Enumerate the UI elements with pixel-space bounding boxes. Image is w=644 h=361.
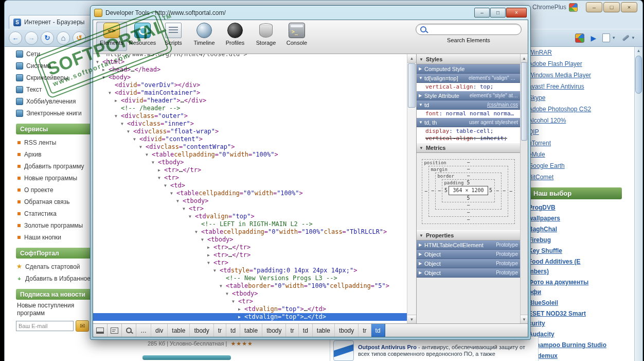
properties-row[interactable]: ▶ObjectPrototype [417,259,520,268]
style-property[interactable]: vertical-align: inherit; [417,135,520,142]
tool-timeline[interactable]: Timeline [189,22,220,51]
tool-scripts[interactable]: Scripts [158,22,189,51]
popular-program-link[interactable]: BitComet [528,171,631,183]
sidebar-service-link[interactable]: Новые программы [16,172,94,184]
sidebar-category[interactable]: Система [16,60,94,72]
disclosure-closed-icon[interactable]: ▶ [207,244,213,251]
browser-scrollbar[interactable]: ▲ [634,47,642,361]
popular-program-link[interactable]: Alcohol 120% [528,115,631,126]
sidebar-service-link[interactable]: Добавить программу [16,160,94,172]
dom-node[interactable]: ▼<html> [93,58,407,66]
dom-node[interactable]: ▼<tbody> [93,159,407,166]
dom-node[interactable]: ▶<td valign="top">…</td> [93,313,407,321]
scroll-up-icon[interactable]: ▲ [521,54,528,63]
disclosure-open-icon[interactable]: ▼ [115,112,121,120]
sidebar-service-link[interactable]: Статистика [16,208,94,219]
styles-section-header[interactable]: ▼ Styles [417,54,520,64]
dom-node[interactable]: ▼<tbody> [93,290,407,298]
popular-program-link[interactable]: avast! Free Antivirus [528,81,631,92]
page-menu-button[interactable]: ▼ [602,33,616,42]
dom-node[interactable]: ▶<div id="header">…</div> [93,97,407,105]
disclosure-open-icon[interactable]: ▼ [419,76,424,80]
breadcrumb-item[interactable]: div [151,324,168,337]
disclosure-closed-icon[interactable]: ▶ [238,305,244,313]
disclosure-closed-icon[interactable]: ▶ [419,93,424,98]
dom-node[interactable]: ▼<div class="float-wrap"> [93,128,407,135]
breadcrumb-item[interactable]: tbody [262,324,286,337]
properties-row[interactable]: ▶ObjectPrototype [417,250,520,259]
style-rule-header[interactable]: ▼td[valign=top]element's "valign" a… [417,74,520,83]
dom-node[interactable]: ▼<table cellpadding="0" width="100%"> [93,190,407,197]
disclosure-open-icon[interactable]: ▼ [226,290,232,298]
dom-node[interactable]: <!-- New Versions Progs L3 --> [93,274,407,282]
disclosure-closed-icon[interactable]: ▶ [419,243,424,247]
dom-node[interactable]: <div id="overDiv"></div> [93,81,407,89]
breadcrumb-item[interactable]: tbody [190,324,213,337]
dom-node[interactable]: <!-- LEFT in RIGTH-MAIN L2 --> [93,220,407,228]
dom-node[interactable]: ▼<tr> [93,298,407,305]
dom-node[interactable]: ▶<tr>…</tr> [93,251,407,259]
our-choice-link[interactable]: BlueSoleil [528,298,631,308]
dom-node[interactable]: ▼<td> [93,182,407,190]
metrics-section-header[interactable]: ▼ Metrics [417,143,520,153]
disclosure-open-icon[interactable]: ▼ [419,102,424,107]
disclosure-open-icon[interactable]: ▼ [127,128,133,135]
browser-tab[interactable]: S Интернет - Браузеры [9,15,100,29]
properties-row[interactable]: ▶HTMLTableCellElementPrototype [417,240,520,250]
disclosure-open-icon[interactable]: ▼ [183,205,189,213]
scroll-down-icon[interactable]: ▼ [521,315,528,323]
sidebar-service-link[interactable]: Обратная связь [16,196,94,208]
play-icon[interactable]: ▶ [591,35,596,42]
our-choice-link[interactable]: Фото на документы офи [528,278,631,297]
style-property[interactable]: display: table-cell; [417,128,520,135]
our-choice-link[interactable]: Key Shuffle [528,246,631,256]
tool-console[interactable]: Console [281,22,312,51]
disclosure-open-icon[interactable]: ▼ [189,213,195,220]
disclosure-open-icon[interactable]: ▼ [133,135,139,143]
dom-node[interactable]: ▶<head>…</head> [93,66,407,74]
our-choice-link[interactable]: BaghChal [528,225,631,234]
dom-node[interactable]: ▼<div id="mainContainer"> [93,89,407,97]
dom-node[interactable]: ▼<td style="padding:0 14px 24px 14px;"> [93,267,407,274]
dom-node[interactable]: ▼<tr> [93,205,407,213]
dom-node[interactable]: ▶<td valign="top">…</td> [93,305,407,313]
dom-node[interactable]: <!-- /header --> [93,105,407,112]
our-choice-link[interactable]: Food Additives (E mbers) [528,257,631,277]
breadcrumb-item[interactable]: tr [286,324,298,337]
breadcrumb-item[interactable]: table [313,324,335,337]
dom-node[interactable]: ▼<tr> [93,259,407,267]
speeddial-icon[interactable] [575,33,584,43]
sidebar-category[interactable]: Скринсейверы [16,72,94,83]
disclosure-closed-icon[interactable]: ▶ [238,313,244,321]
breadcrumb-item[interactable]: tr [214,324,226,337]
console-toggle-button[interactable] [108,324,122,337]
disclosure-closed-icon[interactable]: ▶ [419,66,424,71]
disclosure-open-icon[interactable]: ▼ [207,259,213,267]
sidebar-category[interactable]: Электронные книги [16,107,94,119]
softportal-link[interactable]: ★Сделать стартовой [16,261,94,272]
dom-node[interactable]: ▼<body> [93,74,407,81]
scroll-up-icon[interactable]: ▲ [635,47,642,55]
style-rule-header[interactable]: ▶Computed Style [417,64,520,74]
properties-section-header[interactable]: ▼ Properties [417,230,520,240]
popular-program-link[interactable]: uTorrent [528,137,631,149]
sidebar-service-link[interactable]: Золотые программы [16,219,94,231]
our-choice-link[interactable]: wallpapers [528,214,631,224]
scroll-down-icon[interactable]: ▼ [407,315,416,323]
disclosure-open-icon[interactable]: ▼ [164,182,170,190]
softportal-link[interactable]: +Добавить в Избранное [16,272,94,284]
breadcrumb-item[interactable]: td [226,324,240,337]
dom-node[interactable]: ▼<table cellpadding="0" width="100%"> [93,151,407,159]
disclosure-open-icon[interactable]: ▼ [195,228,201,236]
devtools-titlebar[interactable]: Developer Tools - http://www.softportal.… [91,6,530,20]
disclosure-open-icon[interactable]: ▼ [121,120,127,128]
elements-scrollbar-thumb[interactable] [408,63,416,108]
dom-node[interactable]: ▼<td valign="top"> [93,213,407,220]
disclosure-open-icon[interactable]: ▼ [152,159,158,166]
gesture-button[interactable]: ↺ [73,31,86,45]
our-choice-link[interactable]: Avidemux [528,351,631,361]
style-property[interactable]: vertical-align: top; [417,83,520,91]
browser-close-button[interactable]: × [621,2,637,12]
disclosure-open-icon[interactable]: ▼ [170,190,176,197]
dom-node[interactable]: ▼<table border="0" width="100%" cellpadd… [93,282,407,290]
